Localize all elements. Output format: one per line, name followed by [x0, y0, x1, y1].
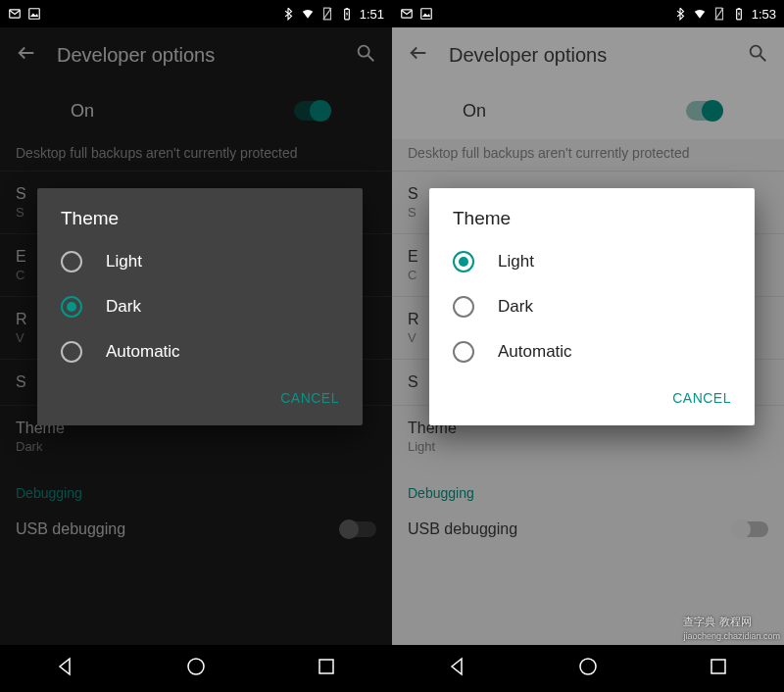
status-bar: 1:53	[392, 0, 784, 27]
nav-back-icon[interactable]	[446, 655, 469, 682]
battery-icon	[732, 7, 746, 21]
svg-line-11	[715, 8, 723, 20]
radio-label: Dark	[498, 297, 533, 317]
radio-option-automatic[interactable]: Automatic	[37, 329, 363, 374]
nav-home-icon[interactable]	[576, 655, 600, 682]
svg-point-16	[580, 659, 596, 674]
radio-option-dark[interactable]: Dark	[429, 284, 755, 329]
dialog-title: Theme	[37, 208, 363, 239]
radio-option-light[interactable]: Light	[429, 239, 755, 284]
radio-label: Dark	[106, 297, 141, 317]
theme-dialog: Theme Light Dark Automatic CANCEL	[37, 188, 363, 425]
wifi-icon	[301, 7, 315, 21]
status-bar: 1:51	[0, 0, 392, 27]
dialog-title: Theme	[429, 208, 755, 239]
radio-selected-icon	[61, 296, 82, 318]
svg-line-2	[323, 8, 331, 20]
radio-selected-icon	[453, 251, 474, 272]
image-icon	[419, 7, 433, 21]
nav-home-icon[interactable]	[184, 655, 208, 682]
radio-label: Light	[106, 252, 142, 272]
radio-option-automatic[interactable]: Automatic	[429, 329, 755, 374]
cancel-button[interactable]: CANCEL	[270, 382, 349, 414]
svg-rect-4	[346, 8, 348, 9]
nav-recents-icon[interactable]	[707, 655, 730, 682]
navigation-bar	[392, 645, 784, 692]
gmail-icon	[400, 7, 414, 21]
wifi-icon	[693, 7, 707, 21]
radio-label: Automatic	[106, 342, 180, 362]
svg-rect-17	[711, 660, 725, 673]
svg-rect-13	[738, 8, 740, 9]
radio-option-light[interactable]: Light	[37, 239, 363, 284]
sim-icon	[320, 7, 334, 21]
bluetooth-icon	[673, 7, 687, 21]
bluetooth-icon	[281, 7, 295, 21]
svg-rect-10	[421, 9, 432, 20]
svg-rect-8	[319, 660, 333, 673]
battery-icon	[340, 7, 354, 21]
radio-label: Light	[498, 252, 534, 272]
svg-point-7	[188, 659, 204, 674]
nav-back-icon[interactable]	[54, 655, 77, 682]
navigation-bar	[0, 645, 392, 692]
cancel-button[interactable]: CANCEL	[662, 382, 741, 414]
radio-icon	[453, 296, 474, 318]
nav-recents-icon[interactable]	[315, 655, 338, 682]
radio-icon	[453, 341, 474, 363]
status-time: 1:53	[752, 7, 776, 22]
radio-label: Automatic	[498, 342, 572, 362]
radio-icon	[61, 341, 82, 363]
sim-icon	[712, 7, 726, 21]
gmail-icon	[8, 7, 22, 21]
image-icon	[27, 7, 41, 21]
radio-option-dark[interactable]: Dark	[37, 284, 363, 329]
status-time: 1:51	[360, 7, 384, 22]
svg-rect-1	[29, 9, 40, 20]
theme-dialog: Theme Light Dark Automatic CANCEL	[429, 188, 755, 425]
radio-icon	[61, 251, 82, 272]
